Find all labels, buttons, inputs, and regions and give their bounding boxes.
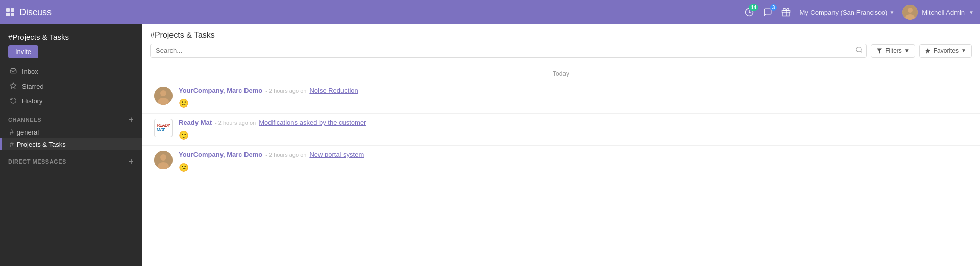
messages-area: Today YourCompany, Marc Demo - 2 hours a… (142, 62, 980, 266)
messages-badge: 3 (770, 4, 777, 11)
message-reaction[interactable]: 🙂 (179, 130, 189, 140)
hash-icon: # (10, 140, 14, 148)
history-label: History (22, 97, 42, 105)
svg-line-8 (861, 51, 862, 53)
message-header: YourCompany, Marc Demo - 2 hours ago on … (179, 151, 968, 158)
sidebar-item-inbox[interactable]: Inbox (0, 64, 142, 79)
message-item: YourCompany, Marc Demo - 2 hours ago on … (142, 82, 980, 114)
search-bar-row: Filters ▼ Favorites ▼ (150, 44, 972, 58)
user-name-text: Mitchell Admin (922, 9, 965, 16)
message-topic-link[interactable]: New portal system (309, 151, 364, 158)
direct-messages-section-label: DIRECT MESSAGES (8, 158, 66, 165)
company-name-text: My Company (San Francisco) (799, 9, 887, 16)
grid-icon[interactable] (6, 8, 14, 16)
channels-add-button[interactable]: + (129, 116, 134, 124)
user-chevron-icon: ▼ (969, 10, 974, 15)
notifications-icon-wrap[interactable]: 14 (744, 7, 754, 17)
header-left: Discuss (6, 7, 52, 18)
company-chevron-icon: ▼ (889, 10, 894, 15)
message-reaction[interactable]: 😕 (179, 163, 189, 172)
message-time: - 2 hours ago on (265, 88, 306, 94)
date-divider: Today (142, 62, 980, 82)
sidebar-page-title: #Projects & Tasks (0, 24, 142, 45)
favorites-button[interactable]: Favorites ▼ (919, 44, 972, 58)
top-header: Discuss 14 3 (0, 0, 980, 24)
sidebar-channel-general[interactable]: # general (0, 126, 142, 138)
svg-point-4 (908, 8, 913, 13)
svg-point-15 (160, 154, 166, 161)
message-time: - 2 hours ago on (265, 152, 306, 158)
sidebar-item-history[interactable]: History (0, 94, 142, 109)
sidebar-channel-projects-tasks[interactable]: # Projects & Tasks (0, 138, 142, 150)
avatar (154, 87, 173, 105)
search-input-wrap (150, 44, 867, 58)
message-sender[interactable]: YourCompany, Marc Demo (179, 151, 262, 158)
content-title: #Projects & Tasks (150, 31, 972, 40)
invite-button[interactable]: Invite (8, 45, 38, 58)
channel-general-label: general (17, 128, 39, 136)
filters-label: Filters (885, 47, 902, 55)
hash-icon: # (10, 128, 14, 136)
svg-marker-9 (877, 48, 882, 53)
app-title: Discuss (19, 7, 52, 18)
company-selector[interactable]: My Company (San Francisco) ▼ (799, 9, 894, 16)
star-icon (10, 82, 17, 91)
main-layout: #Projects & Tasks Invite Inbox Starred (0, 24, 980, 266)
sidebar: #Projects & Tasks Invite Inbox Starred (0, 24, 142, 266)
message-reaction[interactable]: 🙂 (179, 98, 189, 108)
avatar: READYMAT (154, 119, 173, 137)
gift-icon-wrap[interactable] (781, 7, 791, 17)
search-icon[interactable] (855, 46, 863, 55)
message-topic-link[interactable]: Modifications asked by the customer (259, 119, 366, 126)
avatar (902, 5, 918, 20)
message-sender[interactable]: YourCompany, Marc Demo (179, 87, 262, 94)
content-area: #Projects & Tasks Filters ▼ (142, 24, 980, 266)
search-input[interactable] (150, 44, 867, 58)
message-content: YourCompany, Marc Demo - 2 hours ago on … (179, 87, 968, 108)
messages-icon-wrap[interactable]: 3 (763, 7, 773, 17)
channels-section-label: CHANNELS (8, 117, 41, 123)
filters-button[interactable]: Filters ▼ (871, 44, 915, 58)
favorites-chevron-icon: ▼ (961, 48, 966, 54)
svg-marker-10 (925, 48, 930, 54)
svg-marker-6 (10, 83, 16, 88)
starred-label: Starred (22, 83, 44, 90)
filters-chevron-icon: ▼ (904, 48, 910, 54)
message-header: YourCompany, Marc Demo - 2 hours ago on … (179, 87, 968, 94)
channels-section-header: CHANNELS + (0, 109, 142, 126)
gift-icon (781, 7, 791, 17)
favorites-label: Favorites (934, 47, 959, 55)
message-item: YourCompany, Marc Demo - 2 hours ago on … (142, 146, 980, 177)
content-header: #Projects & Tasks Filters ▼ (142, 24, 980, 62)
channel-projects-tasks-label: Projects & Tasks (17, 141, 66, 148)
svg-point-12 (160, 90, 166, 96)
inbox-label: Inbox (22, 68, 38, 75)
history-icon (10, 97, 17, 105)
avatar (154, 151, 173, 169)
message-content: YourCompany, Marc Demo - 2 hours ago on … (179, 151, 968, 172)
message-sender[interactable]: Ready Mat (179, 119, 212, 126)
message-item: READYMAT Ready Mat - 2 hours ago on Modi… (142, 114, 980, 146)
message-header: Ready Mat - 2 hours ago on Modifications… (179, 119, 968, 126)
message-time: - 2 hours ago on (215, 120, 256, 126)
direct-messages-add-button[interactable]: + (129, 157, 134, 166)
date-divider-text: Today (553, 70, 569, 77)
readymat-logo: READYMAT (157, 123, 170, 132)
direct-messages-section-header: DIRECT MESSAGES + (0, 150, 142, 168)
sidebar-item-starred[interactable]: Starred (0, 79, 142, 94)
message-content: Ready Mat - 2 hours ago on Modifications… (179, 119, 968, 140)
svg-point-7 (856, 47, 861, 52)
header-right: 14 3 My Company (San Francisco) ▼ (744, 5, 974, 20)
message-topic-link[interactable]: Noise Reduction (309, 87, 358, 94)
user-menu[interactable]: Mitchell Admin ▼ (902, 5, 974, 20)
inbox-icon (10, 67, 17, 76)
notifications-badge: 14 (749, 4, 758, 11)
